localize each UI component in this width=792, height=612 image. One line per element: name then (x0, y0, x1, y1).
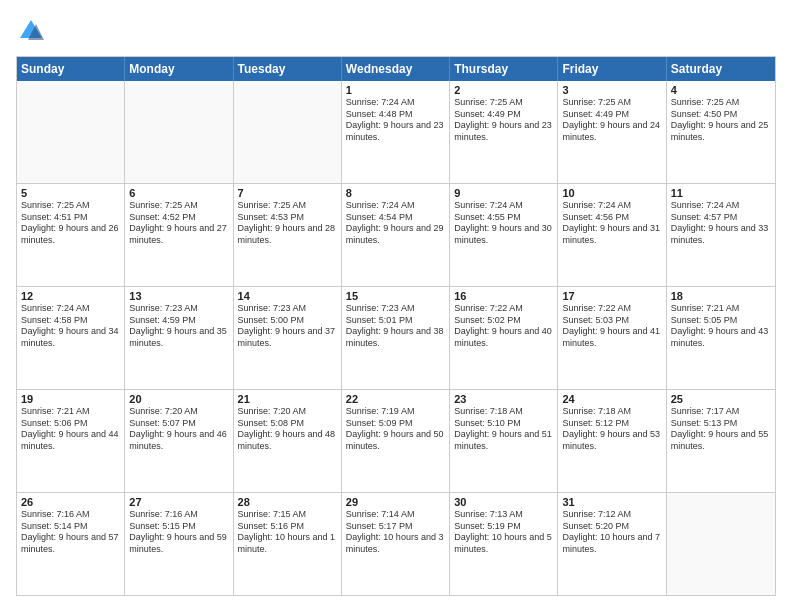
day-number: 10 (562, 187, 661, 199)
day-number: 24 (562, 393, 661, 405)
day-number: 15 (346, 290, 445, 302)
day-info: Sunrise: 7:21 AM Sunset: 5:05 PM Dayligh… (671, 303, 771, 350)
calendar-row-2: 5Sunrise: 7:25 AM Sunset: 4:51 PM Daylig… (17, 183, 775, 286)
day-cell-16: 16Sunrise: 7:22 AM Sunset: 5:02 PM Dayli… (450, 287, 558, 389)
day-info: Sunrise: 7:13 AM Sunset: 5:19 PM Dayligh… (454, 509, 553, 556)
day-cell-2: 2Sunrise: 7:25 AM Sunset: 4:49 PM Daylig… (450, 81, 558, 183)
day-cell-1: 1Sunrise: 7:24 AM Sunset: 4:48 PM Daylig… (342, 81, 450, 183)
day-info: Sunrise: 7:24 AM Sunset: 4:56 PM Dayligh… (562, 200, 661, 247)
day-cell-27: 27Sunrise: 7:16 AM Sunset: 5:15 PM Dayli… (125, 493, 233, 595)
day-cell-empty (234, 81, 342, 183)
calendar-header-row: SundayMondayTuesdayWednesdayThursdayFrid… (17, 57, 775, 81)
day-cell-empty (17, 81, 125, 183)
day-cell-21: 21Sunrise: 7:20 AM Sunset: 5:08 PM Dayli… (234, 390, 342, 492)
day-cell-22: 22Sunrise: 7:19 AM Sunset: 5:09 PM Dayli… (342, 390, 450, 492)
calendar-row-3: 12Sunrise: 7:24 AM Sunset: 4:58 PM Dayli… (17, 286, 775, 389)
header-day-friday: Friday (558, 57, 666, 81)
day-number: 25 (671, 393, 771, 405)
day-number: 8 (346, 187, 445, 199)
day-info: Sunrise: 7:14 AM Sunset: 5:17 PM Dayligh… (346, 509, 445, 556)
day-cell-19: 19Sunrise: 7:21 AM Sunset: 5:06 PM Dayli… (17, 390, 125, 492)
day-number: 12 (21, 290, 120, 302)
day-cell-empty (667, 493, 775, 595)
day-cell-24: 24Sunrise: 7:18 AM Sunset: 5:12 PM Dayli… (558, 390, 666, 492)
day-number: 2 (454, 84, 553, 96)
calendar-row-1: 1Sunrise: 7:24 AM Sunset: 4:48 PM Daylig… (17, 81, 775, 183)
day-info: Sunrise: 7:24 AM Sunset: 4:54 PM Dayligh… (346, 200, 445, 247)
day-info: Sunrise: 7:21 AM Sunset: 5:06 PM Dayligh… (21, 406, 120, 453)
page: SundayMondayTuesdayWednesdayThursdayFrid… (0, 0, 792, 612)
day-number: 30 (454, 496, 553, 508)
day-info: Sunrise: 7:20 AM Sunset: 5:08 PM Dayligh… (238, 406, 337, 453)
day-cell-4: 4Sunrise: 7:25 AM Sunset: 4:50 PM Daylig… (667, 81, 775, 183)
day-cell-8: 8Sunrise: 7:24 AM Sunset: 4:54 PM Daylig… (342, 184, 450, 286)
day-info: Sunrise: 7:24 AM Sunset: 4:48 PM Dayligh… (346, 97, 445, 144)
day-info: Sunrise: 7:23 AM Sunset: 5:00 PM Dayligh… (238, 303, 337, 350)
day-cell-empty (125, 81, 233, 183)
day-number: 6 (129, 187, 228, 199)
day-info: Sunrise: 7:16 AM Sunset: 5:14 PM Dayligh… (21, 509, 120, 556)
day-number: 9 (454, 187, 553, 199)
day-info: Sunrise: 7:24 AM Sunset: 4:58 PM Dayligh… (21, 303, 120, 350)
day-number: 13 (129, 290, 228, 302)
day-cell-10: 10Sunrise: 7:24 AM Sunset: 4:56 PM Dayli… (558, 184, 666, 286)
header-day-saturday: Saturday (667, 57, 775, 81)
day-number: 4 (671, 84, 771, 96)
calendar-row-4: 19Sunrise: 7:21 AM Sunset: 5:06 PM Dayli… (17, 389, 775, 492)
day-cell-9: 9Sunrise: 7:24 AM Sunset: 4:55 PM Daylig… (450, 184, 558, 286)
day-number: 7 (238, 187, 337, 199)
day-cell-11: 11Sunrise: 7:24 AM Sunset: 4:57 PM Dayli… (667, 184, 775, 286)
day-info: Sunrise: 7:22 AM Sunset: 5:02 PM Dayligh… (454, 303, 553, 350)
day-number: 26 (21, 496, 120, 508)
day-info: Sunrise: 7:25 AM Sunset: 4:49 PM Dayligh… (454, 97, 553, 144)
day-info: Sunrise: 7:15 AM Sunset: 5:16 PM Dayligh… (238, 509, 337, 556)
logo (16, 16, 48, 46)
day-info: Sunrise: 7:23 AM Sunset: 5:01 PM Dayligh… (346, 303, 445, 350)
day-info: Sunrise: 7:20 AM Sunset: 5:07 PM Dayligh… (129, 406, 228, 453)
logo-icon (16, 16, 46, 46)
header (16, 16, 776, 46)
day-number: 18 (671, 290, 771, 302)
day-cell-18: 18Sunrise: 7:21 AM Sunset: 5:05 PM Dayli… (667, 287, 775, 389)
day-cell-3: 3Sunrise: 7:25 AM Sunset: 4:49 PM Daylig… (558, 81, 666, 183)
day-cell-29: 29Sunrise: 7:14 AM Sunset: 5:17 PM Dayli… (342, 493, 450, 595)
day-info: Sunrise: 7:12 AM Sunset: 5:20 PM Dayligh… (562, 509, 661, 556)
header-day-wednesday: Wednesday (342, 57, 450, 81)
day-number: 16 (454, 290, 553, 302)
day-info: Sunrise: 7:19 AM Sunset: 5:09 PM Dayligh… (346, 406, 445, 453)
day-cell-25: 25Sunrise: 7:17 AM Sunset: 5:13 PM Dayli… (667, 390, 775, 492)
day-number: 29 (346, 496, 445, 508)
calendar: SundayMondayTuesdayWednesdayThursdayFrid… (16, 56, 776, 596)
day-number: 1 (346, 84, 445, 96)
calendar-row-5: 26Sunrise: 7:16 AM Sunset: 5:14 PM Dayli… (17, 492, 775, 595)
day-cell-14: 14Sunrise: 7:23 AM Sunset: 5:00 PM Dayli… (234, 287, 342, 389)
header-day-thursday: Thursday (450, 57, 558, 81)
day-cell-15: 15Sunrise: 7:23 AM Sunset: 5:01 PM Dayli… (342, 287, 450, 389)
day-cell-12: 12Sunrise: 7:24 AM Sunset: 4:58 PM Dayli… (17, 287, 125, 389)
day-info: Sunrise: 7:17 AM Sunset: 5:13 PM Dayligh… (671, 406, 771, 453)
day-number: 22 (346, 393, 445, 405)
day-cell-20: 20Sunrise: 7:20 AM Sunset: 5:07 PM Dayli… (125, 390, 233, 492)
day-info: Sunrise: 7:16 AM Sunset: 5:15 PM Dayligh… (129, 509, 228, 556)
day-info: Sunrise: 7:25 AM Sunset: 4:50 PM Dayligh… (671, 97, 771, 144)
day-info: Sunrise: 7:25 AM Sunset: 4:52 PM Dayligh… (129, 200, 228, 247)
day-number: 19 (21, 393, 120, 405)
day-cell-13: 13Sunrise: 7:23 AM Sunset: 4:59 PM Dayli… (125, 287, 233, 389)
day-number: 17 (562, 290, 661, 302)
day-info: Sunrise: 7:24 AM Sunset: 4:55 PM Dayligh… (454, 200, 553, 247)
day-cell-26: 26Sunrise: 7:16 AM Sunset: 5:14 PM Dayli… (17, 493, 125, 595)
day-number: 27 (129, 496, 228, 508)
day-info: Sunrise: 7:18 AM Sunset: 5:10 PM Dayligh… (454, 406, 553, 453)
day-info: Sunrise: 7:25 AM Sunset: 4:53 PM Dayligh… (238, 200, 337, 247)
calendar-body: 1Sunrise: 7:24 AM Sunset: 4:48 PM Daylig… (17, 81, 775, 595)
day-info: Sunrise: 7:24 AM Sunset: 4:57 PM Dayligh… (671, 200, 771, 247)
day-info: Sunrise: 7:18 AM Sunset: 5:12 PM Dayligh… (562, 406, 661, 453)
day-cell-5: 5Sunrise: 7:25 AM Sunset: 4:51 PM Daylig… (17, 184, 125, 286)
day-number: 14 (238, 290, 337, 302)
day-cell-30: 30Sunrise: 7:13 AM Sunset: 5:19 PM Dayli… (450, 493, 558, 595)
day-number: 3 (562, 84, 661, 96)
day-cell-23: 23Sunrise: 7:18 AM Sunset: 5:10 PM Dayli… (450, 390, 558, 492)
day-number: 31 (562, 496, 661, 508)
day-info: Sunrise: 7:22 AM Sunset: 5:03 PM Dayligh… (562, 303, 661, 350)
day-number: 5 (21, 187, 120, 199)
